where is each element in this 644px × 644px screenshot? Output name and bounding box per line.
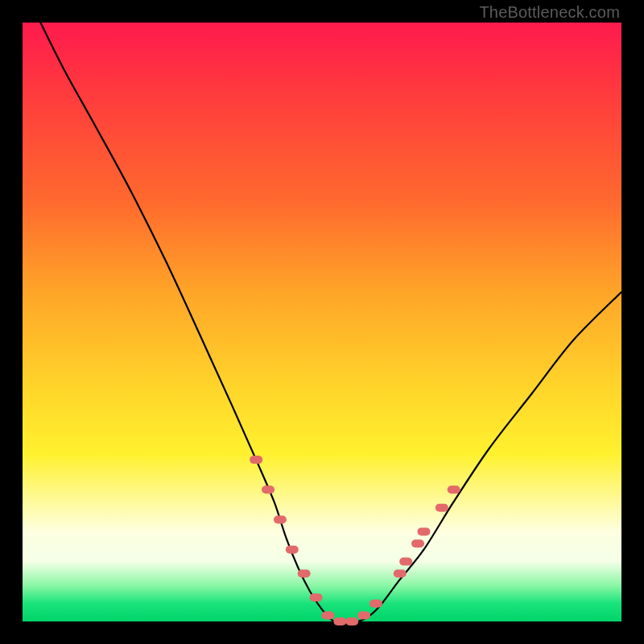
highlight-dot	[345, 617, 358, 625]
attribution-label: TheBottleneck.com	[479, 3, 620, 22]
plot-area	[23, 23, 621, 621]
highlight-dot	[262, 485, 275, 493]
highlight-dot	[250, 456, 262, 464]
curve-svg	[23, 23, 621, 621]
highlight-dot	[274, 516, 287, 524]
chart-frame: TheBottleneck.com	[0, 0, 644, 644]
highlight-dot	[436, 504, 448, 512]
highlight-dot	[310, 593, 323, 601]
highlight-dot	[286, 546, 299, 554]
highlight-dot	[411, 539, 424, 547]
highlight-dot	[394, 569, 407, 577]
highlight-dot	[321, 612, 334, 620]
highlight-dot	[448, 485, 460, 493]
highlight-dot	[298, 569, 311, 577]
highlight-dot	[357, 612, 370, 620]
highlight-dot	[417, 527, 430, 535]
highlight-dots	[250, 456, 460, 625]
highlight-dot	[369, 600, 382, 608]
highlight-dot	[333, 617, 346, 625]
highlight-dot	[399, 558, 412, 566]
bottleneck-curve	[40, 23, 621, 622]
